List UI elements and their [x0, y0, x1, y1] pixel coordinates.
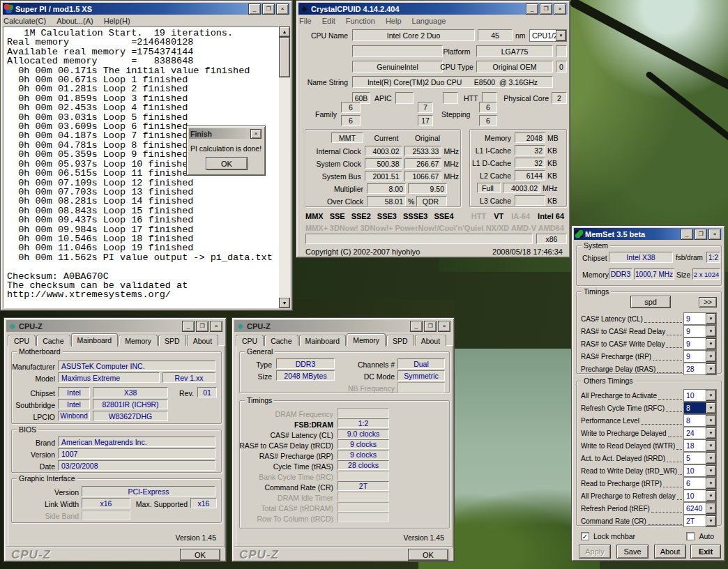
menu-help[interactable]: Help(H) — [104, 17, 130, 25]
timing-select[interactable]: 24▼ — [683, 427, 717, 439]
maximize-button[interactable]: ❐ — [540, 3, 552, 15]
expand-button[interactable]: >> — [699, 297, 717, 308]
chevron-down-icon[interactable]: ▼ — [556, 30, 566, 41]
side-band-label: Side Band — [13, 510, 79, 522]
close-button[interactable]: × — [438, 321, 450, 332]
timing-label: Performance Level — [581, 417, 639, 425]
memory-freq-field: 1000,7 MHz — [634, 268, 674, 280]
tab-about[interactable]: About — [415, 335, 446, 346]
close-button[interactable]: × — [708, 229, 721, 240]
menu-file[interactable]: File — [299, 17, 312, 25]
minimize-button[interactable]: _ — [182, 321, 195, 332]
menu-calculate[interactable]: Calculate(C) — [3, 17, 46, 25]
chevron-down-icon[interactable]: ▼ — [706, 326, 716, 337]
minimize-button[interactable]: _ — [410, 321, 423, 332]
chevron-down-icon[interactable]: ▼ — [706, 490, 716, 501]
checkbox-row: ✓ Lock mchbar Auto — [581, 530, 717, 543]
tab-cache[interactable]: Cache — [264, 335, 298, 346]
chevron-down-icon[interactable]: ▼ — [706, 402, 716, 414]
ok-button[interactable]: OK — [408, 549, 448, 561]
timing-select[interactable]: 9▼ — [683, 312, 717, 325]
scroll-up-icon[interactable]: ▲ — [279, 26, 290, 37]
auto-checkbox[interactable] — [686, 532, 695, 540]
nb-frequency-label: NB Frequency — [344, 382, 395, 394]
chevron-down-icon[interactable]: ▼ — [706, 390, 716, 401]
tab-spd[interactable]: SPD — [158, 335, 186, 346]
apply-button[interactable]: Apply — [579, 545, 611, 559]
close-button[interactable]: × — [250, 129, 261, 139]
chevron-down-icon[interactable]: ▼ — [706, 313, 716, 324]
timing-select[interactable]: 10▼ — [683, 389, 717, 402]
chevron-down-icon[interactable]: ▼ — [706, 415, 716, 426]
cpuz-titlebar[interactable]: ◆ CPU-Z _ ❐ × — [6, 320, 224, 332]
minimize-button[interactable]: _ — [681, 229, 693, 240]
scrollbar-thumb[interactable] — [279, 37, 290, 77]
spd-button[interactable]: spd — [630, 296, 671, 308]
original-header: Original — [408, 134, 447, 142]
chevron-down-icon[interactable]: ▼ — [706, 338, 716, 349]
finish-titlebar[interactable]: Finish × — [189, 128, 263, 139]
memset-titlebar[interactable]: MemSet 3.5 beta _ ❐ × — [574, 228, 722, 240]
tab-memory[interactable]: Memory — [119, 335, 158, 346]
cpu-select-dropdown[interactable]: CPU1/2 ▼ — [529, 29, 567, 42]
chevron-down-icon[interactable]: ▼ — [706, 465, 716, 476]
maximize-button[interactable]: ❐ — [695, 229, 707, 240]
window-title: CPU-Z — [19, 322, 180, 331]
name-string-field: Intel(R) Core(TM)2 Duo CPU E8500 @ 3.16G… — [352, 76, 553, 88]
mmt-button[interactable]: MMT — [331, 132, 363, 143]
tab-cpu[interactable]: CPU — [236, 335, 264, 346]
timing-select[interactable]: 6240▼ — [683, 502, 717, 515]
maximize-button[interactable]: ❐ — [424, 321, 437, 332]
timing-select[interactable]: 2T▼ — [683, 515, 717, 527]
close-button[interactable]: × — [554, 3, 566, 15]
crystalcpuid-titlebar[interactable]: ◆ CrystalCPUID 4.14.2.404 _ ❐ × — [298, 3, 568, 15]
chevron-down-icon[interactable]: ▼ — [706, 515, 716, 526]
menu-function[interactable]: Function — [346, 17, 375, 25]
tab-about[interactable]: About — [187, 335, 218, 346]
ok-button[interactable]: OK — [180, 549, 220, 561]
timing-select[interactable]: 9▼ — [683, 325, 717, 337]
timing-select[interactable]: 9▼ — [683, 337, 717, 350]
timing-select[interactable]: 28▼ — [683, 363, 717, 375]
maximize-button[interactable]: ❐ — [196, 321, 208, 332]
timing-select[interactable]: 10▼ — [683, 464, 717, 477]
about-button[interactable]: About — [654, 545, 686, 559]
chevron-down-icon[interactable]: ▼ — [706, 427, 716, 439]
tab-spd[interactable]: SPD — [386, 335, 414, 346]
timing-select[interactable]: 10▼ — [683, 490, 717, 502]
maximize-button[interactable]: ❐ — [262, 3, 275, 15]
chevron-down-icon[interactable]: ▼ — [706, 363, 716, 374]
chevron-down-icon[interactable]: ▼ — [706, 453, 716, 464]
tab-mainboard[interactable]: Mainboard — [299, 335, 347, 346]
chevron-down-icon[interactable]: ▼ — [706, 440, 716, 451]
minimize-button[interactable]: _ — [526, 3, 538, 15]
menu-about[interactable]: About...(A) — [56, 17, 93, 25]
chevron-down-icon[interactable]: ▼ — [706, 503, 716, 514]
minimize-button[interactable]: _ — [248, 3, 261, 15]
menu-help[interactable]: Help — [386, 17, 402, 25]
menu-edit[interactable]: Edit — [322, 17, 335, 25]
cpuz-titlebar[interactable]: ◆ CPU-Z _ ❐ × — [234, 320, 452, 332]
chevron-down-icon[interactable]: ▼ — [706, 478, 716, 489]
superpi-titlebar[interactable]: Super PI / mod1.5 XS _ ❐ × — [3, 3, 290, 15]
lock-mchbar-checkbox[interactable]: ✓ — [581, 532, 589, 540]
tab-cpu[interactable]: CPU — [8, 335, 36, 346]
timing-select[interactable]: 18▼ — [683, 439, 717, 452]
tab-mainboard[interactable]: Mainboard — [71, 333, 119, 347]
timing-select[interactable]: 9▼ — [683, 350, 717, 363]
timing-select[interactable]: 8▼ — [683, 402, 717, 414]
superpi-scrollbar[interactable]: ▲ ▼ — [279, 26, 290, 308]
timing-select[interactable]: 8▼ — [683, 414, 717, 427]
close-button[interactable]: × — [276, 3, 289, 15]
exit-button[interactable]: Exit — [690, 545, 721, 559]
ok-button[interactable]: OK — [206, 157, 248, 170]
close-button[interactable]: × — [210, 321, 222, 332]
timing-select[interactable]: 6▼ — [683, 477, 717, 490]
tab-cache[interactable]: Cache — [36, 335, 70, 346]
timing-select[interactable]: 5▼ — [683, 452, 717, 464]
tab-memory[interactable]: Memory — [347, 333, 386, 347]
chevron-down-icon[interactable]: ▼ — [706, 351, 716, 362]
scroll-down-icon[interactable]: ▼ — [279, 298, 290, 308]
save-button[interactable]: Save — [616, 545, 649, 559]
menu-language[interactable]: Language — [412, 17, 446, 25]
